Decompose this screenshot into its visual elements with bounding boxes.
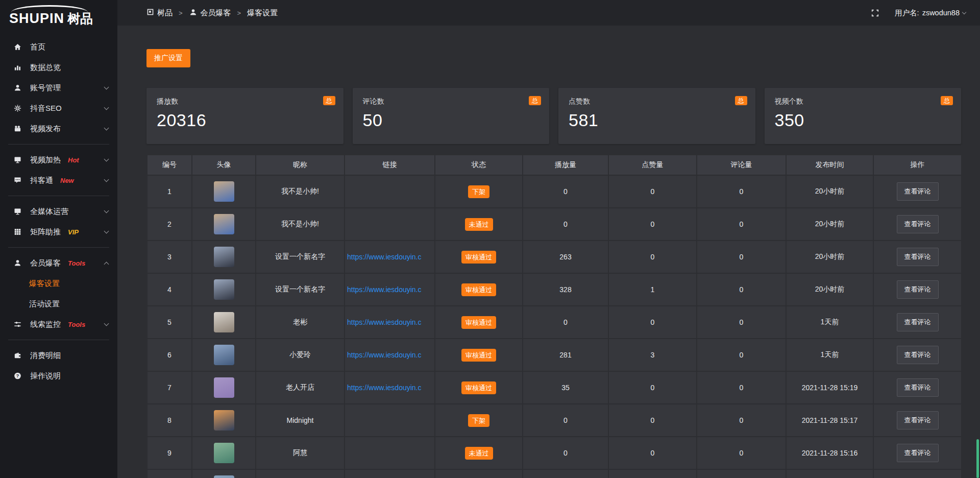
cell-avatar bbox=[192, 241, 256, 273]
chevron-down-icon bbox=[104, 157, 109, 162]
breadcrumb-item[interactable]: 爆客设置 bbox=[247, 8, 278, 18]
video-link[interactable]: https://www.iesdouyin.c bbox=[347, 318, 432, 326]
sidebar-item-douyin-seo[interactable]: 抖音SEO bbox=[0, 98, 117, 118]
cell-nickname: Midnight bbox=[256, 404, 345, 437]
avatar bbox=[214, 247, 234, 267]
table-row: 6小爱玲https://www.iesdouyin.c审核通过281301天前查… bbox=[147, 339, 962, 371]
sidebar-subitem-baoke-settings[interactable]: 爆客设置 bbox=[0, 273, 117, 294]
cell-likes: 3 bbox=[608, 339, 697, 371]
avatar bbox=[214, 377, 234, 398]
sidebar-item-account-management[interactable]: 账号管理 bbox=[0, 78, 117, 98]
cell-likes: 0 bbox=[608, 306, 697, 339]
username-dropdown[interactable]: 用户名: zswodun88 bbox=[895, 8, 966, 18]
topbar-right: 用户名: zswodun88 bbox=[871, 8, 966, 18]
cell-publish-time: 20小时前 bbox=[786, 208, 873, 241]
cell-avatar bbox=[192, 273, 256, 306]
cell-publish-time: 20小时前 bbox=[786, 241, 873, 273]
breadcrumb-item-label: 爆客设置 bbox=[247, 8, 278, 18]
table-row: 4设置一个新名字https://www.iesdouyin.c审核通过32810… bbox=[147, 273, 962, 306]
breadcrumb-separator: > bbox=[179, 9, 183, 17]
sidebar-item-tag: Hot bbox=[68, 156, 79, 164]
sidebar-item-douketong[interactable]: 抖客通New bbox=[0, 170, 117, 190]
status-badge: 未通过 bbox=[465, 447, 493, 460]
logo: SHUPIN树品 bbox=[0, 3, 117, 31]
sidebar-item-data-overview[interactable]: 数据总览 bbox=[0, 57, 117, 78]
cell-avatar bbox=[192, 371, 256, 404]
sidebar-divider bbox=[8, 144, 109, 145]
column-header: 操作 bbox=[873, 155, 962, 175]
breadcrumb-item[interactable]: 会员爆客 bbox=[189, 8, 231, 18]
chevron-down-icon bbox=[104, 208, 109, 213]
view-comments-button[interactable]: 查看评论 bbox=[897, 444, 939, 462]
status-badge: 未通过 bbox=[465, 218, 493, 231]
sidebar-item-video-publish[interactable]: 视频发布 bbox=[0, 118, 117, 139]
cell-index: 7 bbox=[147, 371, 192, 404]
video-link[interactable]: https://www.iesdouyin.c bbox=[347, 384, 432, 392]
sidebar-item-video-heating[interactable]: 视频加热Hot bbox=[0, 150, 117, 170]
cell-actions: 查看评论 bbox=[873, 175, 962, 208]
sidebar-item-member-baoke[interactable]: 会员爆客Tools bbox=[0, 253, 117, 273]
video-link[interactable]: https://www.iesdouyin.c bbox=[347, 351, 432, 359]
app-icon bbox=[146, 8, 154, 17]
cell-status: 审核通过 bbox=[435, 371, 523, 404]
sidebar-subitem-activity-settings[interactable]: 活动设置 bbox=[0, 294, 117, 314]
sidebar-item-omni-media-operation[interactable]: 全媒体运营 bbox=[0, 201, 117, 222]
stat-card-label: 播放数 bbox=[157, 97, 333, 106]
monitor-icon bbox=[13, 207, 22, 216]
promotion-settings-button[interactable]: 推广设置 bbox=[146, 49, 190, 67]
cell-link: https://www.iesdouyin.c bbox=[345, 339, 435, 371]
wallet-icon bbox=[13, 351, 22, 360]
cell-status: 未通过 bbox=[435, 208, 523, 241]
view-comments-button[interactable]: 查看评论 bbox=[897, 215, 939, 233]
chart-icon bbox=[13, 63, 22, 71]
main-area: 树品>会员爆客>爆客设置 用户名: zswodun88 推广设置 播放数总203… bbox=[117, 0, 980, 478]
breadcrumb-item[interactable]: 树品 bbox=[146, 8, 173, 18]
table-row: 8Midnight下架0002021-11-28 15:17查看评论 bbox=[147, 404, 962, 437]
home-icon bbox=[13, 43, 22, 51]
view-comments-button[interactable]: 查看评论 bbox=[897, 280, 939, 299]
cell-actions: 查看评论 bbox=[873, 273, 962, 306]
cell-actions bbox=[873, 469, 962, 478]
sidebar: SHUPIN树品 首页数据总览账号管理抖音SEO视频发布视频加热Hot抖客通Ne… bbox=[0, 0, 117, 478]
sidebar-item-label: 会员爆客 bbox=[30, 258, 61, 268]
video-link[interactable]: https://www.iesdouyin.c bbox=[347, 253, 432, 261]
view-comments-button[interactable]: 查看评论 bbox=[897, 182, 939, 201]
total-badge: 总 bbox=[323, 96, 335, 105]
vertical-scrollbar-thumb[interactable] bbox=[976, 439, 979, 478]
cell-likes: 0 bbox=[608, 437, 697, 469]
stat-card-value: 20316 bbox=[157, 110, 333, 130]
status-badge: 下架 bbox=[468, 414, 489, 427]
cell-nickname: 我不是小帅! bbox=[256, 175, 345, 208]
cell-nickname: 小爱玲 bbox=[256, 339, 345, 371]
view-comments-button[interactable]: 查看评论 bbox=[897, 313, 939, 331]
stat-card-value: 581 bbox=[569, 110, 745, 130]
cell-status: 审核通过 bbox=[435, 339, 523, 371]
video-link[interactable]: https://www.iesdouyin.c bbox=[347, 285, 432, 294]
sidebar-item-tag: Tools bbox=[68, 259, 85, 267]
view-comments-button[interactable]: 查看评论 bbox=[897, 248, 939, 266]
view-comments-button[interactable]: 查看评论 bbox=[897, 411, 939, 429]
sidebar-item-home[interactable]: 首页 bbox=[0, 37, 117, 57]
breadcrumb-item-label: 会员爆客 bbox=[201, 8, 231, 18]
cell-status: 下架 bbox=[435, 404, 523, 437]
cell-index: 8 bbox=[147, 404, 192, 437]
sidebar-item-consumption-detail[interactable]: 消费明细 bbox=[0, 345, 117, 366]
sidebar-item-tag: VIP bbox=[68, 228, 79, 236]
column-header: 链接 bbox=[345, 155, 435, 175]
sidebar-item-clue-monitoring[interactable]: 线索监控Tools bbox=[0, 314, 117, 334]
cell-publish-time bbox=[786, 469, 873, 478]
cell-comments: 0 bbox=[697, 306, 786, 339]
fullscreen-icon[interactable] bbox=[871, 9, 879, 17]
stat-cards: 播放数总20316评论数总50点赞数总581视频个数总350 bbox=[146, 88, 961, 144]
sidebar-item-operation-guide[interactable]: ?操作说明 bbox=[0, 366, 117, 386]
status-badge: 审核通过 bbox=[461, 381, 496, 394]
sidebar-item-matrix-boost[interactable]: 矩阵助推VIP bbox=[0, 222, 117, 242]
view-comments-button[interactable]: 查看评论 bbox=[897, 346, 939, 364]
cell-status: 审核通过 bbox=[435, 306, 523, 339]
user-icon bbox=[189, 8, 198, 18]
sidebar-item-label: 账号管理 bbox=[30, 83, 61, 93]
cell-likes: 0 bbox=[608, 241, 697, 273]
view-comments-button[interactable]: 查看评论 bbox=[897, 378, 939, 397]
cell-comments: 0 bbox=[697, 404, 786, 437]
breadcrumb: 树品>会员爆客>爆客设置 bbox=[146, 8, 278, 18]
